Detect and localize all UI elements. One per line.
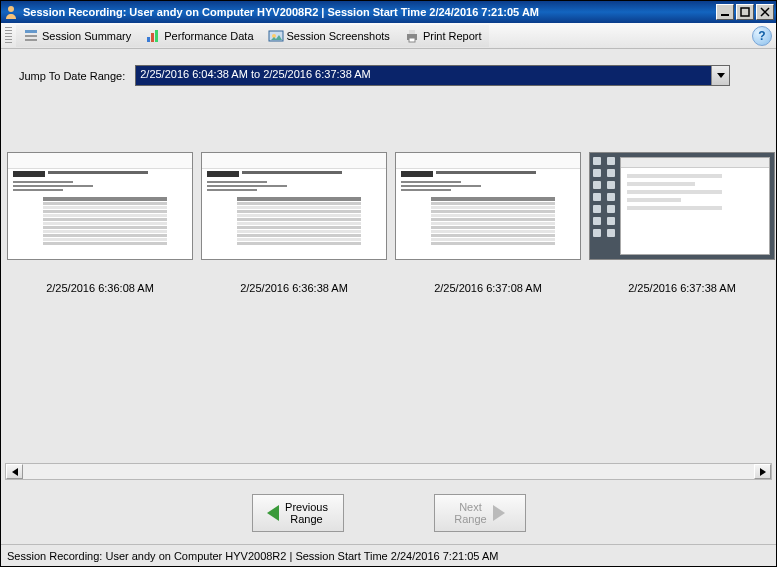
- close-button[interactable]: [756, 4, 774, 20]
- scroll-track[interactable]: [23, 464, 754, 479]
- content-area: Jump To Date Range: 2/25/2016 6:04:38 AM…: [1, 49, 776, 544]
- range-nav-row: Previous Range Next Range: [1, 494, 776, 532]
- scroll-right-button[interactable]: [754, 464, 771, 479]
- help-icon: ?: [758, 29, 765, 43]
- svg-rect-1: [721, 14, 729, 16]
- app-icon: [3, 4, 19, 20]
- toolbar: Session Summary Performance Data Session…: [1, 23, 776, 49]
- triangle-left-icon: [12, 468, 18, 476]
- next-range-button: Next Range: [434, 494, 526, 532]
- horizontal-scrollbar[interactable]: [5, 463, 772, 480]
- previous-range-button[interactable]: Previous Range: [252, 494, 344, 532]
- title-bar: Session Recording: User andy on Computer…: [1, 1, 776, 23]
- thumbnail-image: [7, 152, 193, 260]
- help-button[interactable]: ?: [752, 26, 772, 46]
- window-controls: [716, 4, 774, 20]
- svg-rect-3: [25, 30, 37, 33]
- screenshot-thumbnails: 2/25/2016 6:36:08 AM 2/25/2016 6:36:38 A…: [1, 96, 776, 304]
- thumbnail-timestamp: 2/25/2016 6:36:38 AM: [201, 260, 387, 294]
- jump-to-label: Jump To Date Range:: [19, 70, 125, 82]
- arrow-left-icon: [267, 505, 279, 521]
- button-label: Next Range: [454, 501, 486, 525]
- thumbnail-item[interactable]: 2/25/2016 6:36:38 AM: [201, 152, 387, 294]
- thumbnail-timestamp: 2/25/2016 6:36:08 AM: [7, 260, 193, 294]
- svg-rect-12: [409, 30, 415, 34]
- print-report-button[interactable]: Print Report: [397, 25, 489, 47]
- maximize-button[interactable]: [736, 4, 754, 20]
- svg-point-0: [8, 6, 14, 12]
- session-summary-button[interactable]: Session Summary: [16, 25, 138, 47]
- svg-rect-8: [155, 30, 158, 42]
- toolbar-grip-icon: [5, 27, 12, 45]
- thumbnail-timestamp: 2/25/2016 6:37:08 AM: [395, 260, 581, 294]
- svg-rect-5: [25, 39, 37, 41]
- svg-rect-2: [741, 8, 749, 16]
- scroll-left-button[interactable]: [6, 464, 23, 479]
- toolbar-label: Print Report: [423, 30, 482, 42]
- svg-rect-4: [25, 35, 37, 37]
- toolbar-label: Session Screenshots: [287, 30, 390, 42]
- session-screenshots-button[interactable]: Session Screenshots: [261, 25, 397, 47]
- window-title: Session Recording: User andy on Computer…: [23, 6, 716, 18]
- performance-data-button[interactable]: Performance Data: [138, 25, 260, 47]
- arrow-right-icon: [493, 505, 505, 521]
- thumbnail-image: [589, 152, 775, 260]
- thumbnail-item[interactable]: 2/25/2016 6:36:08 AM: [7, 152, 193, 294]
- dropdown-arrow-button[interactable]: [711, 66, 729, 85]
- triangle-right-icon: [760, 468, 766, 476]
- date-range-selected: 2/25/2016 6:04:38 AM to 2/25/2016 6:37:3…: [136, 66, 711, 85]
- thumbnail-item[interactable]: 2/25/2016 6:37:08 AM: [395, 152, 581, 294]
- thumbnail-item[interactable]: 2/25/2016 6:37:38 AM: [589, 152, 775, 294]
- thumbnail-image: [395, 152, 581, 260]
- status-text: Session Recording: User andy on Computer…: [7, 550, 498, 562]
- date-range-row: Jump To Date Range: 2/25/2016 6:04:38 AM…: [1, 49, 776, 96]
- printer-icon: [404, 28, 420, 44]
- summary-icon: [23, 28, 39, 44]
- chevron-down-icon: [717, 73, 725, 79]
- date-range-dropdown[interactable]: 2/25/2016 6:04:38 AM to 2/25/2016 6:37:3…: [135, 65, 730, 86]
- svg-rect-7: [151, 33, 154, 42]
- svg-rect-6: [147, 37, 150, 42]
- minimize-button[interactable]: [716, 4, 734, 20]
- toolbar-label: Session Summary: [42, 30, 131, 42]
- toolbar-label: Performance Data: [164, 30, 253, 42]
- thumbnail-timestamp: 2/25/2016 6:37:38 AM: [589, 260, 775, 294]
- status-bar: Session Recording: User andy on Computer…: [1, 544, 776, 566]
- chart-icon: [145, 28, 161, 44]
- button-label: Previous Range: [285, 501, 328, 525]
- thumbnail-image: [201, 152, 387, 260]
- screenshot-icon: [268, 28, 284, 44]
- svg-rect-13: [409, 38, 415, 42]
